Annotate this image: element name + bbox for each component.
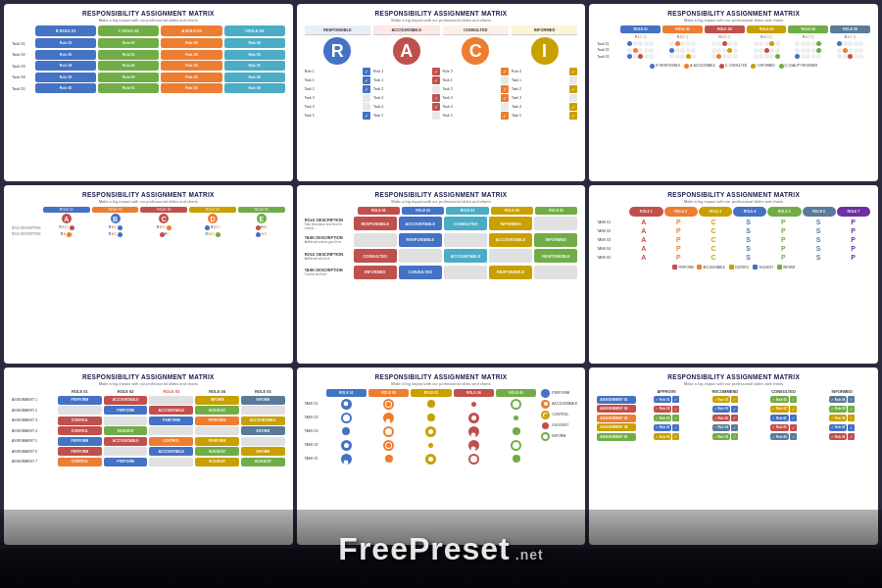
- raci-col-r: RESPONSIBLE R Role 1 ✓ Task 1 ✓ Task 2 ✓: [305, 25, 370, 121]
- slide-9-title: RESPONSIBILITY ASSIGNMENT MATRIX: [667, 373, 800, 380]
- svg-point-1: [386, 418, 391, 423]
- s1-row4: Task 04 Role 02 Role 04 Role 05 Role 06: [12, 73, 285, 82]
- raci-letter-c: C: [462, 37, 489, 65]
- s1-role4: I ROLE 04: [224, 25, 285, 36]
- s1-row3: Task 03 Role 04 Role 06 Role 02 Role 01: [12, 61, 285, 71]
- watermark-domain: .net: [515, 547, 544, 563]
- s1-role3: A ROLE 03: [161, 25, 221, 36]
- slide-1-subtitle: Make a big impact with our professional …: [99, 18, 198, 23]
- slide-1-title: RESPONSIBILITY ASSIGNMENT MATRIX: [82, 10, 215, 17]
- s1-row1: Task 01 Role 01 Role 02 Role 03 Role 04: [12, 38, 285, 48]
- svg-point-2: [470, 432, 475, 437]
- slide-7-title: RESPONSIBILITY ASSIGNMENT MATRIX: [82, 373, 215, 380]
- slide-2-title: RESPONSIBILITY ASSIGNMENT MATRIX: [375, 10, 508, 17]
- slide-9-subtitle: Make a big impact with our professional …: [684, 381, 783, 386]
- raci-container: RESPONSIBLE R Role 1 ✓ Task 1 ✓ Task 2 ✓: [305, 25, 578, 121]
- s1-header: R ROLE 01 C ROLE 02 A ROLE 03 I ROLE 04: [12, 25, 285, 36]
- slide-2-subtitle: Make a big impact with our professional …: [391, 18, 490, 23]
- raci-letter-r: R: [323, 37, 351, 65]
- slide-7-subtitle: Make a big impact with our professional …: [99, 381, 198, 386]
- slide-5-title: RESPONSIBILITY ASSIGNMENT MATRIX: [375, 191, 508, 198]
- slide-3-subtitle: Make a big impact with our professional …: [684, 18, 783, 23]
- s1-row5: Task 05 Role 06 Role 05 Role 03 Role 08: [12, 83, 285, 93]
- raci-col-a: ACCOUNTABLE A Role 2 ✓ Task 1 ✓ Task 2: [373, 25, 439, 121]
- slides-grid: RESPONSIBILITY ASSIGNMENT MATRIX Make a …: [0, 0, 882, 549]
- svg-point-0: [344, 402, 349, 407]
- slide-5: RESPONSIBILITY ASSIGNMENT MATRIX Make a …: [297, 185, 586, 363]
- watermark-text: FreePreset.net: [338, 531, 543, 567]
- slide-4: RESPONSIBILITY ASSIGNMENT MATRIX Make a …: [4, 185, 293, 363]
- slide-3-title: RESPONSIBILITY ASSIGNMENT MATRIX: [667, 10, 800, 17]
- slide-4-subtitle: Make a big impact with our professional …: [99, 199, 198, 204]
- s1-row2: Task 02 Role 06 Role 05 Role 04 Role 03: [12, 50, 285, 60]
- slide-2: RESPONSIBILITY ASSIGNMENT MATRIX Make a …: [297, 4, 586, 181]
- slide-1: RESPONSIBILITY ASSIGNMENT MATRIX Make a …: [4, 4, 293, 181]
- raci-letter-a: A: [393, 37, 420, 65]
- raci-letter-i: I: [531, 37, 559, 65]
- s1-role2: C ROLE 02: [98, 25, 159, 36]
- slide-6-title: RESPONSIBILITY ASSIGNMENT MATRIX: [667, 191, 800, 198]
- slide-8-subtitle: Make a big impact with our professional …: [391, 381, 490, 386]
- slide-4-title: RESPONSIBILITY ASSIGNMENT MATRIX: [82, 191, 215, 198]
- watermark-overlay: FreePreset.net: [0, 510, 882, 588]
- slide-6: RESPONSIBILITY ASSIGNMENT MATRIX Make a …: [589, 185, 878, 363]
- slide-8-title: RESPONSIBILITY ASSIGNMENT MATRIX: [375, 373, 508, 380]
- slide-5-subtitle: Make a big impact with our professional …: [391, 199, 490, 204]
- slide-3: RESPONSIBILITY ASSIGNMENT MATRIX Make a …: [589, 4, 878, 181]
- raci-col-c: CONSULTED C Role 3 ✓ Task 1 Task 2 ✓: [443, 25, 509, 121]
- s1-role1: R ROLE 01: [35, 25, 96, 36]
- svg-point-3: [470, 446, 475, 451]
- raci-col-i: INFORMED I Role 4 ✓ Task 1 Task 2 ✓: [512, 25, 577, 121]
- slide-6-subtitle: Make a big impact with our professional …: [684, 199, 783, 204]
- svg-point-4: [343, 460, 348, 465]
